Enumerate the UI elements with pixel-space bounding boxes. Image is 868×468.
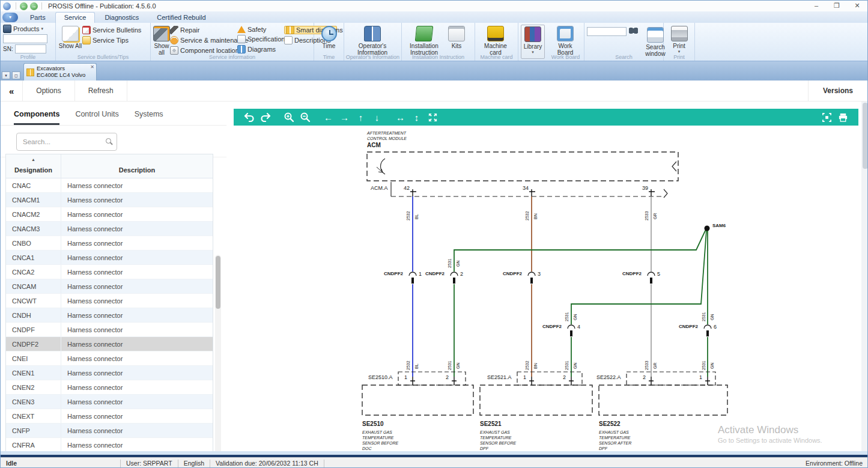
- tab-control-units[interactable]: Control Units: [75, 110, 118, 125]
- table-row[interactable]: CNACM1Harness connector: [6, 193, 213, 207]
- service-bulletins-button[interactable]: Service Bulletins: [82, 26, 141, 34]
- document-tab-excavators[interactable]: Excavators EC400E LC4 Volvo ✕: [23, 63, 97, 81]
- panel-bar: « Options Refresh Versions: [1, 81, 867, 102]
- products-button[interactable]: Products ▾: [3, 25, 53, 33]
- doc-tab-line2: EC400E LC4 Volvo: [37, 71, 85, 78]
- expand-icon[interactable]: [425, 110, 441, 124]
- table-row[interactable]: CNACM3Harness connector: [6, 222, 213, 236]
- specifications-button[interactable]: Specifications: [237, 35, 284, 43]
- tab-service[interactable]: Service: [55, 12, 96, 23]
- column-designation[interactable]: ▲ Designation: [6, 154, 61, 178]
- print-diagram-icon[interactable]: [835, 110, 851, 124]
- diagram-vertical-scrollbar[interactable]: [861, 102, 868, 451]
- nav-back-button[interactable]: ←: [20, 2, 28, 10]
- scrollbar-thumb[interactable]: [216, 256, 220, 309]
- column-description[interactable]: Description: [61, 154, 213, 178]
- versions-button[interactable]: Versions: [808, 81, 867, 101]
- fit-screen-icon[interactable]: [819, 110, 835, 124]
- table-row[interactable]: CNACHarness connector: [6, 178, 213, 193]
- new-tab-button[interactable]: ◻: [12, 71, 20, 79]
- scrollbar-thumb[interactable]: [863, 103, 868, 169]
- pan-up-icon[interactable]: ↑: [353, 110, 369, 124]
- redo-icon[interactable]: [257, 110, 273, 124]
- table-row[interactable]: CNCA2Harness connector: [6, 265, 213, 279]
- diagram-label: SENSOR AFTER: [599, 441, 631, 445]
- diagram-label: AFTERTREATMENT: [367, 131, 406, 135]
- diagram-label: GN: [710, 314, 714, 321]
- service-tips-button[interactable]: Service Tips: [82, 36, 141, 44]
- table-row[interactable]: CNCAMHarness connector: [6, 279, 213, 294]
- table-scrollbar[interactable]: [215, 255, 221, 451]
- fit-width-icon[interactable]: ↔: [392, 110, 408, 124]
- table-row[interactable]: CNCWTHarness connector: [6, 294, 213, 308]
- close-button[interactable]: ✕: [847, 1, 867, 11]
- print-button[interactable]: Print ▾: [666, 25, 692, 53]
- tab-certified-rebuild[interactable]: Certified Rebuild: [148, 13, 214, 23]
- divider: [41, 2, 42, 10]
- show-all-service-button[interactable]: Show all: [153, 25, 170, 53]
- table-row[interactable]: CNDPFHarness connector: [6, 323, 213, 337]
- repair-button[interactable]: Repair: [170, 26, 237, 34]
- sn-input[interactable]: [15, 44, 46, 53]
- tab-systems[interactable]: Systems: [135, 110, 163, 125]
- undo-icon[interactable]: [241, 110, 257, 124]
- diagram-label: CNDPF2: [384, 272, 403, 276]
- table-row[interactable]: CNEN1Harness connector: [6, 366, 213, 380]
- table-row[interactable]: CNEN3Harness connector: [6, 395, 213, 409]
- diagram-label: 2531: [565, 360, 569, 370]
- pan-left-icon[interactable]: ←: [320, 110, 336, 124]
- table-row[interactable]: CNEIHarness connector: [6, 351, 213, 366]
- profile-input[interactable]: [3, 34, 47, 43]
- tab-parts[interactable]: Parts: [22, 13, 54, 23]
- table-row[interactable]: CNDHHarness connector: [6, 308, 213, 323]
- component-location-button[interactable]: Component location: [170, 46, 237, 55]
- fit-height-icon[interactable]: ↕: [408, 110, 425, 124]
- installation-instruction-button[interactable]: Installation Instruction: [404, 25, 444, 53]
- table-row[interactable]: CNEXTHarness connector: [6, 409, 213, 424]
- table-row[interactable]: CNFRAHarness connector: [6, 438, 213, 451]
- cell-description: Harness connector: [61, 438, 213, 451]
- restore-button[interactable]: ❐: [827, 1, 847, 11]
- table-row[interactable]: CNACM2Harness connector: [6, 207, 213, 222]
- close-icon[interactable]: ✕: [90, 64, 94, 70]
- table-row[interactable]: CNCA1Harness connector: [6, 251, 213, 265]
- pan-right-icon[interactable]: →: [336, 110, 353, 124]
- options-button[interactable]: Options: [23, 81, 74, 101]
- binoculars-icon[interactable]: [629, 27, 638, 34]
- table-row[interactable]: CNDPF2Harness connector: [6, 337, 213, 351]
- pan-down-icon[interactable]: ↓: [369, 110, 385, 124]
- status-environment: Environment: Offline: [806, 460, 867, 467]
- work-board-button[interactable]: Work Board: [550, 25, 581, 53]
- service-maintenance-button[interactable]: Service & maintenance: [170, 36, 237, 44]
- operators-information-button[interactable]: Operator's Information: [347, 25, 398, 53]
- nav-forward-button[interactable]: →: [30, 2, 38, 10]
- search-icon[interactable]: [106, 138, 111, 144]
- table-row[interactable]: CNBOHarness connector: [6, 236, 213, 251]
- zoom-in-icon[interactable]: [281, 110, 297, 124]
- collapse-panel-button[interactable]: «: [1, 81, 23, 101]
- time-button[interactable]: Time: [317, 25, 341, 53]
- application-menu-button[interactable]: ▾: [2, 13, 18, 22]
- ribbon-search-input[interactable]: [587, 27, 627, 36]
- kits-button[interactable]: Kits: [444, 25, 469, 53]
- safety-button[interactable]: Safety: [237, 26, 284, 33]
- diagram-label: 2531: [448, 360, 452, 370]
- minimize-button[interactable]: –: [806, 1, 827, 11]
- tab-list-dropdown-button[interactable]: ▾: [2, 71, 10, 79]
- tab-diagnostics[interactable]: Diagnostics: [96, 13, 147, 23]
- table-row[interactable]: CNEN2Harness connector: [6, 380, 213, 395]
- machine-card-button[interactable]: Machine card: [478, 25, 514, 53]
- library-button[interactable]: Library ▾: [521, 25, 545, 59]
- app-icon[interactable]: [3, 2, 11, 10]
- cell-designation: CNEXT: [6, 409, 61, 423]
- diagram-label: GR: [653, 363, 657, 369]
- tab-components[interactable]: Components: [14, 110, 59, 125]
- search-input[interactable]: [16, 133, 117, 151]
- show-all-bulletins-button[interactable]: Show All: [58, 25, 82, 53]
- table-row[interactable]: CNFPHarness connector: [6, 424, 213, 438]
- divider: [16, 2, 16, 10]
- diagrams-button[interactable]: Diagrams: [237, 45, 284, 53]
- zoom-out-icon[interactable]: [297, 110, 313, 124]
- refresh-button[interactable]: Refresh: [75, 81, 127, 101]
- diagram-label: 2532: [406, 211, 410, 220]
